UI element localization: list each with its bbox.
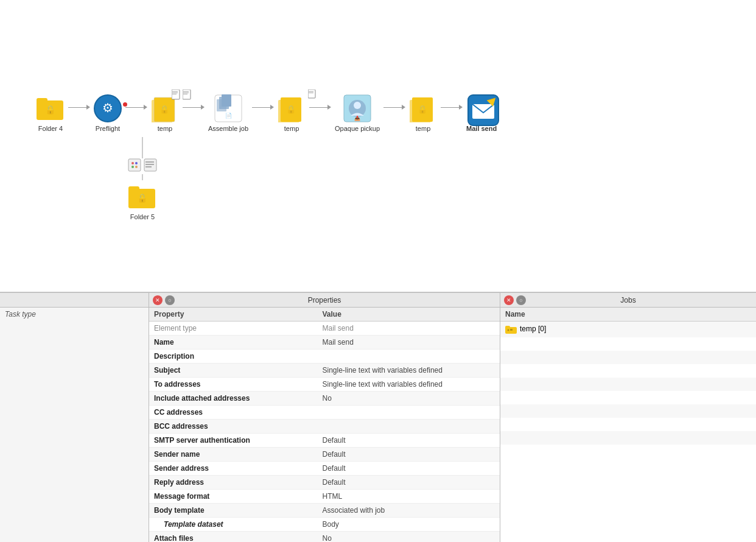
properties-scroll[interactable]: Property Value Element typeMail sendName… bbox=[149, 308, 500, 542]
arrow-3 bbox=[183, 105, 205, 110]
property-name: Element type bbox=[149, 322, 317, 336]
svg-text:🔒: 🔒 bbox=[137, 193, 148, 203]
property-value: No bbox=[317, 392, 500, 406]
job-name: temp [0] bbox=[500, 322, 756, 338]
svg-rect-48 bbox=[145, 166, 152, 167]
panel-properties: ✕ ○ Properties Property Value Element ty… bbox=[149, 293, 500, 542]
node-mailsend[interactable]: Mail send bbox=[466, 94, 497, 132]
property-name: Message format bbox=[149, 490, 317, 504]
svg-point-44 bbox=[135, 166, 138, 168]
properties-close-button[interactable]: ✕ bbox=[153, 295, 163, 305]
node-temp3[interactable]: 🔒 temp bbox=[409, 94, 437, 132]
node-temp1[interactable]: 🔒 temp bbox=[151, 94, 179, 132]
preflight-icon: ⚙ bbox=[94, 94, 122, 122]
jobs-minimize-button[interactable]: ○ bbox=[516, 295, 526, 305]
property-row: Attach filesNo bbox=[149, 532, 500, 543]
property-name: Sender name bbox=[149, 448, 317, 462]
job-row[interactable]: temp [0] bbox=[500, 322, 756, 338]
svg-text:📄: 📄 bbox=[225, 112, 233, 119]
svg-text:⚙: ⚙ bbox=[102, 101, 113, 114]
node-opaque[interactable]: 📥 Opaque pickup bbox=[335, 94, 380, 132]
properties-table: Property Value Element typeMail sendName… bbox=[149, 308, 500, 542]
bottom-panels: Task type ✕ ○ Properties Property Value … bbox=[0, 292, 756, 542]
property-value: Default bbox=[317, 462, 500, 476]
property-row: Reply addressDefault bbox=[149, 476, 500, 490]
property-value bbox=[317, 420, 500, 434]
property-row: Sender nameDefault bbox=[149, 448, 500, 462]
folder4-label: Folder 4 bbox=[38, 125, 63, 132]
svg-rect-26 bbox=[309, 91, 313, 92]
properties-minimize-button[interactable]: ○ bbox=[165, 295, 175, 305]
property-name: To addresses bbox=[149, 378, 317, 392]
property-value: Single-line text with variables defined bbox=[317, 364, 500, 378]
property-value: Mail send bbox=[317, 322, 500, 336]
temp2-label: temp bbox=[284, 125, 299, 132]
svg-point-55 bbox=[508, 329, 509, 331]
property-row: Message formatHTML bbox=[149, 490, 500, 504]
property-row: Element typeMail send bbox=[149, 322, 500, 336]
svg-rect-47 bbox=[145, 164, 154, 165]
node-assemble[interactable]: 📄 Assemble job bbox=[208, 94, 248, 132]
node-folder5[interactable]: 🔒 Folder 5 bbox=[128, 183, 156, 220]
svg-rect-51 bbox=[128, 186, 139, 192]
temp3-label: temp bbox=[416, 125, 430, 132]
svg-text:🔒: 🔒 bbox=[159, 104, 170, 114]
property-row: Description bbox=[149, 350, 500, 364]
assemble-label: Assemble job bbox=[208, 125, 248, 132]
property-row: Body templateAssociated with job bbox=[149, 504, 500, 518]
property-value: No bbox=[317, 532, 500, 543]
svg-rect-1 bbox=[37, 98, 47, 104]
property-value: Single-line text with variables defined bbox=[317, 378, 500, 392]
svg-rect-11 bbox=[172, 93, 178, 93]
svg-point-42 bbox=[131, 166, 134, 168]
svg-rect-40 bbox=[128, 159, 141, 171]
folder4-icon: 🔒 bbox=[37, 94, 65, 122]
property-name: Sender address bbox=[149, 462, 317, 476]
svg-text:🔒: 🔒 bbox=[418, 104, 428, 114]
job-row-empty bbox=[500, 364, 756, 378]
jobs-header-icons: ✕ ○ bbox=[504, 295, 526, 305]
jobs-col-name: Name bbox=[500, 308, 756, 322]
node-temp2[interactable]: 🔒 temp bbox=[278, 94, 306, 132]
branch-container: 🔒 Folder 5 bbox=[128, 137, 157, 220]
job-row-empty bbox=[500, 337, 756, 351]
property-name: Template dataset bbox=[149, 518, 317, 532]
property-name: Subject bbox=[149, 364, 317, 378]
property-row: SMTP server authenticationDefault bbox=[149, 434, 500, 448]
node-preflight[interactable]: ⚙ Preflight bbox=[94, 94, 122, 132]
property-row: SubjectSingle-line text with variables d… bbox=[149, 364, 500, 378]
job-row-empty bbox=[500, 391, 756, 404]
jobs-title: Jobs bbox=[620, 296, 635, 304]
folder5-icon: 🔒 bbox=[128, 183, 156, 211]
property-value: Associated with job bbox=[317, 504, 500, 518]
workflow-row: 🔒 Folder 4 ⚙ Preflight bbox=[37, 94, 497, 132]
property-row: BCC addresses bbox=[149, 420, 500, 434]
temp1-label: temp bbox=[158, 125, 172, 132]
jobs-close-button[interactable]: ✕ bbox=[504, 295, 514, 305]
panel-left-header bbox=[0, 293, 149, 308]
task-type-label: Task type bbox=[0, 308, 149, 321]
col-value: Value bbox=[317, 308, 500, 322]
arrow-5 bbox=[309, 105, 331, 110]
property-name: Reply address bbox=[149, 476, 317, 490]
jobs-scroll[interactable]: Name temp [0] bbox=[500, 308, 756, 542]
property-name: CC addresses bbox=[149, 406, 317, 420]
property-row: CC addresses bbox=[149, 406, 500, 420]
temp3-icon: 🔒 bbox=[409, 94, 437, 122]
svg-rect-20 bbox=[222, 94, 231, 107]
property-row: To addressesSingle-line text with variab… bbox=[149, 378, 500, 392]
property-name: Include attached addresses bbox=[149, 392, 317, 406]
assemble-icon: 📄 bbox=[214, 94, 242, 122]
job-row-empty bbox=[500, 404, 756, 418]
property-name: Attach files bbox=[149, 532, 317, 543]
job-row-empty bbox=[500, 418, 756, 431]
property-name: Body template bbox=[149, 504, 317, 518]
property-value: Mail send bbox=[317, 336, 500, 350]
node-folder4[interactable]: 🔒 Folder 4 bbox=[37, 94, 65, 132]
svg-rect-54 bbox=[505, 326, 510, 329]
svg-point-41 bbox=[131, 162, 134, 164]
properties-header-icons: ✕ ○ bbox=[153, 295, 175, 305]
property-value bbox=[317, 350, 500, 364]
property-name: Description bbox=[149, 350, 317, 364]
panel-task-type: Task type bbox=[0, 293, 149, 542]
